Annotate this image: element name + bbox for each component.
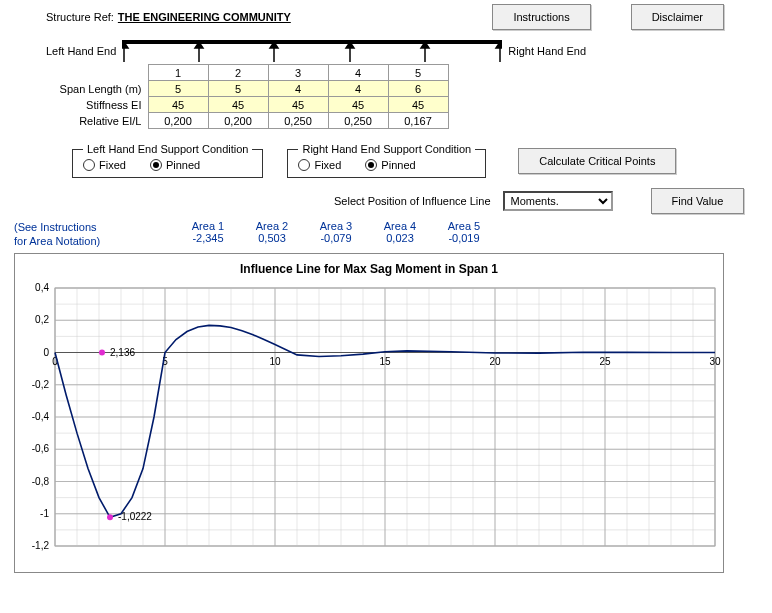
span-header: 1 <box>148 65 208 81</box>
svg-point-97 <box>99 349 105 355</box>
stiffness-cell[interactable]: 45 <box>208 97 268 113</box>
span-header: 4 <box>328 65 388 81</box>
structure-ref-value: THE ENGINEERING COMMUNITY <box>118 11 291 23</box>
structure-ref-label: Structure Ref: <box>46 11 114 23</box>
svg-text:0,2: 0,2 <box>35 314 49 325</box>
span-table: 1 2 3 4 5 Span Length (m) 5 5 4 4 6 Stif… <box>18 64 449 129</box>
right-fixed-label: Fixed <box>314 159 341 171</box>
area-col: Area 5-0,019 <box>432 220 496 249</box>
span-header: 2 <box>208 65 268 81</box>
instructions-button[interactable]: Instructions <box>492 4 590 30</box>
span-length-cell[interactable]: 5 <box>148 81 208 97</box>
svg-text:0: 0 <box>43 346 49 357</box>
span-length-cell[interactable]: 5 <box>208 81 268 97</box>
span-header: 5 <box>388 65 448 81</box>
rel-eil-cell: 0,167 <box>388 113 448 129</box>
radio-icon <box>150 159 162 171</box>
left-end-label: Left Hand End <box>46 45 116 57</box>
influence-dropdown[interactable]: Moments. <box>503 191 613 211</box>
chart-frame: Influence Line for Max Sag Moment in Spa… <box>14 253 724 573</box>
left-support-fieldset: Left Hand End Support Condition Fixed Pi… <box>72 143 263 178</box>
right-fixed-radio[interactable]: Fixed <box>298 159 341 171</box>
svg-text:-0,6: -0,6 <box>32 443 50 454</box>
svg-point-95 <box>107 514 113 520</box>
svg-text:0,4: 0,4 <box>35 282 49 293</box>
left-pinned-label: Pinned <box>166 159 200 171</box>
svg-text:10: 10 <box>269 355 281 366</box>
find-value-button[interactable]: Find Value <box>651 188 745 214</box>
beam-diagram <box>122 38 502 64</box>
left-support-legend: Left Hand End Support Condition <box>83 143 252 155</box>
right-pinned-label: Pinned <box>381 159 415 171</box>
svg-text:2,136: 2,136 <box>110 346 135 357</box>
svg-text:25: 25 <box>599 355 611 366</box>
radio-icon <box>365 159 377 171</box>
stiffness-cell[interactable]: 45 <box>148 97 208 113</box>
right-support-legend: Right Hand End Support Condition <box>298 143 475 155</box>
left-fixed-radio[interactable]: Fixed <box>83 159 126 171</box>
svg-text:15: 15 <box>379 355 391 366</box>
stiffness-cell[interactable]: 45 <box>328 97 388 113</box>
chart: 0510152025300,40,20-0,2-0,4-0,6-0,8-1-1,… <box>15 280 725 570</box>
disclaimer-button[interactable]: Disclaimer <box>631 4 724 30</box>
stiffness-cell[interactable]: 45 <box>388 97 448 113</box>
span-header: 3 <box>268 65 328 81</box>
svg-text:-0,2: -0,2 <box>32 378 50 389</box>
svg-text:20: 20 <box>489 355 501 366</box>
radio-icon <box>83 159 95 171</box>
rel-eil-cell: 0,200 <box>148 113 208 129</box>
influence-label: Select Position of Influence Line <box>334 195 491 207</box>
svg-text:-1,2: -1,2 <box>32 540 50 551</box>
area-col: Area 20,503 <box>240 220 304 249</box>
row-label-span-length: Span Length (m) <box>18 81 148 97</box>
svg-text:-1,0222: -1,0222 <box>118 511 152 522</box>
span-length-cell[interactable]: 4 <box>328 81 388 97</box>
area-col: Area 1-2,345 <box>176 220 240 249</box>
area-col: Area 40,023 <box>368 220 432 249</box>
radio-icon <box>298 159 310 171</box>
span-length-cell[interactable]: 6 <box>388 81 448 97</box>
svg-text:-1: -1 <box>40 507 49 518</box>
area-notation-note: (See Instructions for Area Notation) <box>14 220 164 249</box>
right-end-label: Right Hand End <box>508 45 586 57</box>
svg-text:-0,4: -0,4 <box>32 411 50 422</box>
row-label-rel-eil: Relative EI/L <box>18 113 148 129</box>
left-fixed-label: Fixed <box>99 159 126 171</box>
calculate-button[interactable]: Calculate Critical Points <box>518 148 676 174</box>
svg-text:-0,8: -0,8 <box>32 475 50 486</box>
rel-eil-cell: 0,250 <box>268 113 328 129</box>
stiffness-cell[interactable]: 45 <box>268 97 328 113</box>
row-label-stiffness: Stiffness EI <box>18 97 148 113</box>
left-pinned-radio[interactable]: Pinned <box>150 159 200 171</box>
chart-title: Influence Line for Max Sag Moment in Spa… <box>15 262 723 276</box>
rel-eil-cell: 0,250 <box>328 113 388 129</box>
area-col: Area 3-0,079 <box>304 220 368 249</box>
span-length-cell[interactable]: 4 <box>268 81 328 97</box>
rel-eil-cell: 0,200 <box>208 113 268 129</box>
right-support-fieldset: Right Hand End Support Condition Fixed P… <box>287 143 486 178</box>
right-pinned-radio[interactable]: Pinned <box>365 159 415 171</box>
svg-text:30: 30 <box>709 355 721 366</box>
